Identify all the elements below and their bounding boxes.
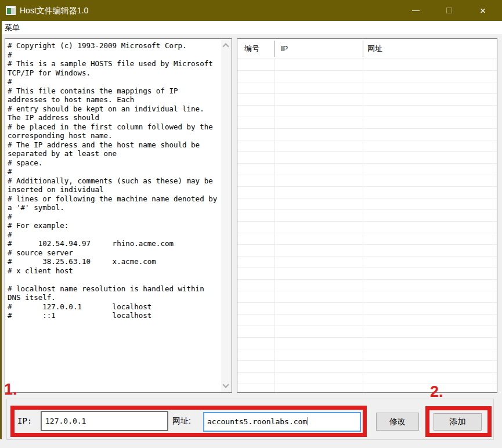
app-icon-part	[7, 8, 11, 14]
table-header-row: 编号 IP 网址	[237, 39, 497, 59]
url-input[interactable]: accounts5.roonlabs.com	[203, 412, 361, 432]
hosts-file-text[interactable]: # Copyright (c) 1993-2009 Microsoft Corp…	[6, 39, 221, 392]
text-caret	[308, 417, 308, 425]
close-icon: ×	[480, 6, 486, 16]
column-header-ip[interactable]: IP	[281, 39, 288, 59]
add-button[interactable]: 添加	[434, 413, 482, 431]
column-header-number[interactable]: 编号	[244, 39, 259, 59]
window-left-border	[0, 21, 2, 439]
column-gridline	[493, 59, 493, 392]
window-controls: ×	[399, 0, 500, 21]
header-separator	[363, 41, 363, 57]
app-window: Host文件编辑器1.0 × 菜单 # Copyright (c) 1993-2…	[0, 0, 502, 448]
titlebar[interactable]: Host文件编辑器1.0 ×	[0, 0, 502, 21]
chevron-down-icon[interactable]	[222, 381, 229, 388]
url-label: 网址:	[172, 415, 191, 427]
minimize-button[interactable]	[399, 0, 432, 21]
ip-input-value: 127.0.0.1	[45, 417, 86, 425]
ip-input[interactable]: 127.0.0.1	[41, 411, 168, 431]
column-gridline	[363, 59, 363, 392]
app-icon	[6, 6, 16, 15]
column-header-url[interactable]: 网址	[367, 39, 382, 59]
app-icon-part	[11, 8, 15, 14]
ip-label: IP:	[17, 415, 32, 427]
header-separator	[275, 41, 275, 57]
hosts-scrollbar[interactable]	[221, 39, 231, 392]
close-button[interactable]: ×	[466, 0, 500, 21]
minimize-icon	[412, 10, 420, 11]
url-input-value: accounts5.roonlabs.com	[207, 417, 307, 426]
hosts-file-panel: # Copyright (c) 1993-2009 Microsoft Corp…	[5, 38, 232, 393]
table-body-empty[interactable]	[237, 59, 497, 392]
entries-table: 编号 IP 网址	[237, 38, 497, 393]
column-gridline	[275, 59, 275, 392]
chevron-up-icon[interactable]	[222, 43, 229, 49]
maximize-icon	[446, 8, 452, 13]
modify-button[interactable]: 修改	[376, 413, 419, 431]
window-title: Host文件编辑器1.0	[20, 0, 88, 21]
annotation-label-step1: 1.	[4, 381, 17, 398]
maximize-button[interactable]	[432, 0, 466, 21]
menubar: 菜单	[0, 21, 502, 34]
menu-item-caidan[interactable]: 菜单	[1, 21, 23, 34]
annotation-label-step2: 2.	[430, 384, 443, 400]
